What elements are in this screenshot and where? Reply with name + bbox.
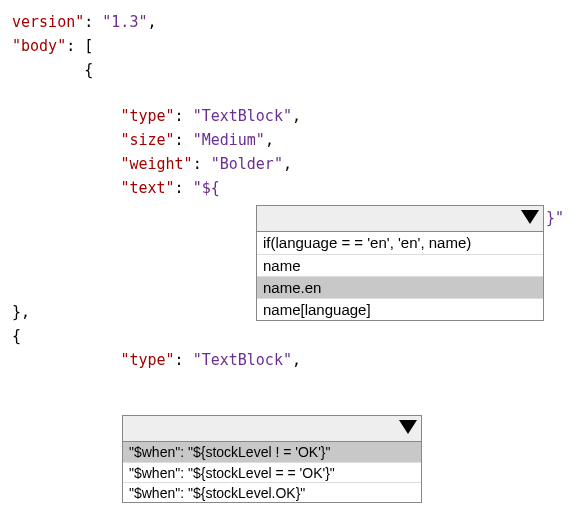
json-string: "TextBlock" (193, 107, 292, 125)
json-key: "weight" (120, 155, 192, 173)
code-line: "weight": "Bolder", (12, 152, 575, 176)
autocomplete-option[interactable]: "$when": "${stockLevel = = 'OK'}" (123, 462, 421, 482)
json-key: "size" (120, 131, 174, 149)
autocomplete-option-selected[interactable]: "$when": "${stockLevel ! = 'OK'}" (123, 442, 421, 462)
autocomplete-dropdown-when[interactable]: "$when": "${stockLevel ! = 'OK'}" "$when… (122, 415, 422, 503)
code-line: "body": [ (12, 34, 575, 58)
autocomplete-list: "$when": "${stockLevel ! = 'OK'}" "$when… (123, 442, 421, 502)
autocomplete-option-selected[interactable]: name.en (257, 276, 543, 298)
autocomplete-dropdown-text[interactable]: if(language = = 'en', 'en', name) name n… (256, 205, 544, 321)
json-string-suffix: }" (546, 206, 564, 230)
autocomplete-option[interactable]: name[language] (257, 298, 543, 320)
json-string: "${ (193, 179, 220, 197)
code-line: { (12, 58, 575, 82)
json-punct: { (12, 61, 93, 79)
code-line (12, 82, 575, 104)
code-line: "text": "${ (12, 176, 575, 200)
json-punct: }, (12, 303, 30, 321)
json-key: "body" (12, 37, 66, 55)
json-string: "1.3" (102, 13, 147, 31)
json-string: "Bolder" (211, 155, 283, 173)
code-line: "type": "TextBlock", (12, 348, 575, 372)
autocomplete-input[interactable] (257, 206, 543, 232)
json-punct: { (12, 327, 21, 345)
json-key: "type" (120, 351, 174, 369)
autocomplete-option[interactable]: "$when": "${stockLevel.OK}" (123, 482, 421, 502)
code-line: version": "1.3", (12, 10, 575, 34)
autocomplete-input[interactable] (123, 416, 421, 442)
json-key: version" (12, 13, 84, 31)
json-key: "type" (120, 107, 174, 125)
code-line: "type": "TextBlock", (12, 104, 575, 128)
json-string: "TextBlock" (193, 351, 292, 369)
chevron-down-icon[interactable] (521, 210, 539, 224)
autocomplete-option[interactable]: if(language = = 'en', 'en', name) (257, 232, 543, 254)
json-key: "text" (120, 179, 174, 197)
json-punct: , (147, 13, 156, 31)
json-punct: : (84, 13, 102, 31)
json-string: "Medium" (193, 131, 265, 149)
autocomplete-list: if(language = = 'en', 'en', name) name n… (257, 232, 543, 320)
chevron-down-icon[interactable] (399, 420, 417, 434)
code-line: { (12, 324, 575, 348)
code-line: "size": "Medium", (12, 128, 575, 152)
autocomplete-option[interactable]: name (257, 254, 543, 276)
json-punct: : [ (66, 37, 93, 55)
